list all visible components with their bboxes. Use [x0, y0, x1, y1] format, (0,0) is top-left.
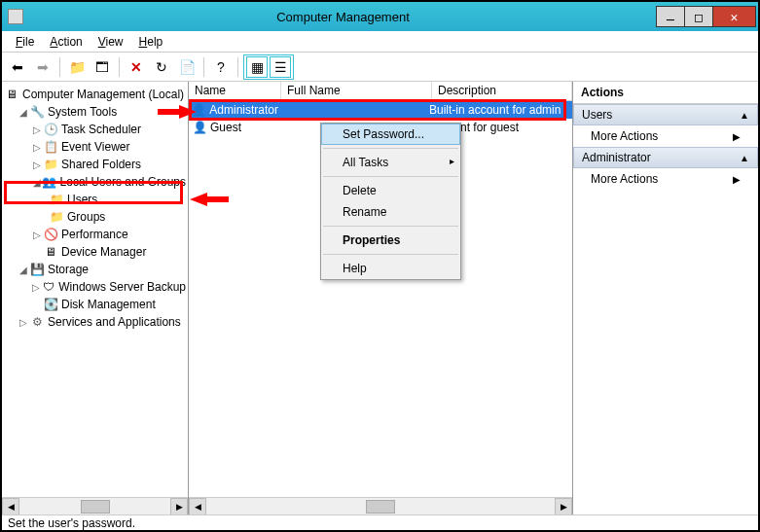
tree-storage-label: Storage — [48, 263, 89, 276]
actions-more-admin[interactable]: More Actions ▶ — [573, 168, 758, 190]
export-button[interactable]: 📄 — [175, 55, 199, 79]
actions-more-users[interactable]: More Actions ▶ — [573, 125, 758, 147]
user-icon: 👤 — [192, 120, 207, 135]
actions-more-users-label: More Actions — [591, 129, 658, 143]
delete-button[interactable]: ✕ — [125, 55, 148, 79]
tree-root[interactable]: 🖥Computer Management (Local) — [4, 86, 186, 103]
tree-local-users-label: Local Users and Groups — [60, 175, 186, 189]
ctx-properties[interactable]: Properties — [321, 230, 460, 251]
properties-button[interactable]: 🗔 — [90, 55, 114, 79]
menu-help[interactable]: Help — [131, 33, 171, 51]
list-body: 👤Administrator Built-in account for admi… — [189, 101, 572, 136]
list-panel: Name Full Name Description 👤Administrato… — [189, 82, 573, 514]
tree-event-viewer[interactable]: ▷📋Event Viewer — [4, 138, 186, 156]
user-row-administrator[interactable]: 👤Administrator Built-in account for admi… — [189, 101, 572, 119]
tree-services-apps[interactable]: ▷⚙Services and Applications — [4, 313, 186, 331]
navigation-tree[interactable]: 🖥Computer Management (Local) ◢🔧System To… — [2, 82, 188, 335]
window-title: Computer Management — [29, 10, 657, 24]
col-description[interactable]: Description — [432, 82, 572, 100]
user-name-label: Administrator — [209, 103, 278, 117]
tree-users[interactable]: 📁Users — [4, 191, 186, 208]
context-menu: Set Password... All Tasks Delete Rename … — [320, 123, 461, 280]
collapse-icon: ▲ — [740, 110, 749, 121]
ctx-all-tasks[interactable]: All Tasks — [321, 152, 460, 173]
ctx-delete[interactable]: Delete — [321, 180, 460, 201]
tree-shared-folders-label: Shared Folders — [61, 158, 141, 171]
maximize-button[interactable] — [684, 6, 713, 27]
menu-action[interactable]: Action — [42, 33, 90, 51]
ctx-rename[interactable]: Rename — [321, 201, 460, 223]
tree-event-viewer-label: Event Viewer — [61, 140, 129, 154]
tree-device-manager[interactable]: 🖥Device Manager — [4, 243, 186, 261]
actions-section-admin-label: Administrator — [582, 151, 651, 164]
tree-task-scheduler-label: Task Scheduler — [61, 123, 141, 136]
tree-storage[interactable]: ◢💾Storage — [4, 261, 186, 278]
minimize-button[interactable] — [656, 6, 685, 27]
tree-services-apps-label: Services and Applications — [48, 315, 181, 329]
collapse-icon: ▲ — [740, 153, 749, 163]
scroll-left-button[interactable]: ◀ — [2, 498, 19, 515]
tree-panel: 🖥Computer Management (Local) ◢🔧System To… — [2, 82, 189, 514]
actions-section-users[interactable]: Users ▲ — [573, 104, 758, 125]
tree-system-tools-label: System Tools — [48, 105, 117, 119]
scroll-thumb[interactable] — [366, 500, 395, 514]
scroll-right-button[interactable]: ▶ — [555, 498, 572, 515]
actions-section-admin[interactable]: Administrator ▲ — [573, 147, 758, 168]
actions-section-users-label: Users — [582, 108, 612, 122]
actions-more-admin-label: More Actions — [591, 172, 658, 186]
tree-shared-folders[interactable]: ▷📁Shared Folders — [4, 156, 186, 173]
app-icon — [8, 9, 23, 24]
scroll-left-button[interactable]: ◀ — [189, 498, 206, 515]
tree-groups[interactable]: 📁Groups — [4, 208, 186, 226]
actions-header: Actions — [573, 82, 758, 104]
ctx-help[interactable]: Help — [321, 258, 460, 279]
refresh-button[interactable]: ↻ — [150, 55, 173, 79]
tree-ws-backup-label: Windows Server Backup — [58, 280, 186, 294]
tree-root-label: Computer Management (Local) — [22, 88, 184, 101]
tree-users-label: Users — [67, 193, 97, 206]
col-full-name[interactable]: Full Name — [281, 82, 432, 100]
tree-ws-backup[interactable]: ▷🛡Windows Server Backup — [4, 278, 186, 296]
tree-groups-label: Groups — [67, 210, 105, 224]
help-button[interactable]: ? — [209, 55, 233, 79]
forward-button: ➡ — [31, 55, 54, 79]
tree-scrollbar[interactable]: ◀ ▶ — [2, 497, 188, 514]
menu-view[interactable]: View — [90, 33, 131, 51]
list-scrollbar[interactable]: ◀ ▶ — [189, 497, 572, 514]
tree-performance[interactable]: ▷🚫Performance — [4, 226, 186, 243]
close-button[interactable] — [712, 6, 756, 27]
menu-bar: File Action View Help — [2, 31, 758, 53]
user-name-label: Guest — [210, 121, 241, 134]
main-area: 🖥Computer Management (Local) ◢🔧System To… — [2, 82, 758, 514]
tree-task-scheduler[interactable]: ▷🕒Task Scheduler — [4, 121, 186, 138]
tree-disk-mgmt[interactable]: 💽Disk Management — [4, 296, 186, 313]
back-button[interactable]: ⬅ — [6, 55, 29, 79]
title-bar: Computer Management — [2, 2, 758, 31]
submenu-icon: ▶ — [733, 174, 741, 185]
col-name[interactable]: Name — [189, 82, 281, 100]
list-header: Name Full Name Description — [189, 82, 572, 101]
tree-system-tools[interactable]: ◢🔧System Tools — [4, 103, 186, 121]
scroll-right-button[interactable]: ▶ — [170, 498, 188, 515]
up-button[interactable]: 📁 — [65, 55, 89, 79]
user-icon: 👤 — [192, 102, 206, 118]
submenu-icon: ▶ — [733, 131, 741, 142]
tree-disk-mgmt-label: Disk Management — [61, 298, 156, 311]
tree-device-manager-label: Device Manager — [61, 245, 146, 259]
menu-file[interactable]: File — [8, 33, 42, 51]
view-list-button[interactable]: ☰ — [270, 56, 291, 78]
tree-local-users-groups[interactable]: ◢👥Local Users and Groups — [4, 173, 186, 191]
actions-panel: Actions Users ▲ More Actions ▶ Administr… — [573, 82, 758, 514]
user-desc-label: Built-in account for admin — [429, 103, 572, 117]
view-tile-button[interactable]: ▦ — [246, 56, 268, 78]
scroll-thumb[interactable] — [81, 500, 110, 514]
tree-performance-label: Performance — [61, 228, 128, 241]
toolbar: ⬅ ➡ 📁 🗔 ✕ ↻ 📄 ? ▦ ☰ — [2, 53, 758, 82]
ctx-set-password[interactable]: Set Password... — [321, 124, 460, 145]
status-bar: Set the user's password. — [2, 514, 758, 532]
view-toggle-group: ▦ ☰ — [243, 54, 294, 80]
